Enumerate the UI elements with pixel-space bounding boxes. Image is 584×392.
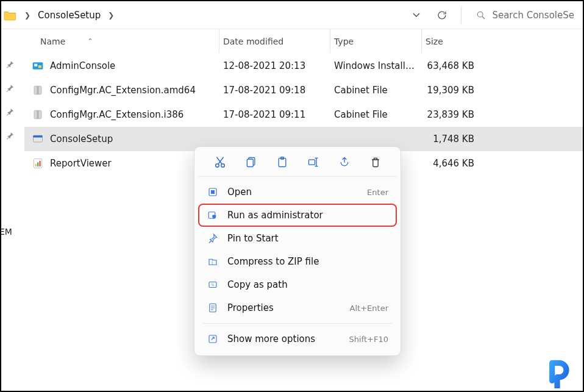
svg-rect-3 — [34, 64, 37, 66]
column-type[interactable]: Type — [330, 29, 422, 53]
ctx-copy-path[interactable]: \\ Copy as path — [198, 273, 397, 296]
context-menu: Open Enter Run as administrator Pin to S… — [194, 146, 401, 356]
file-size: 19,309 KB — [422, 85, 483, 96]
svg-point-16 — [221, 164, 224, 168]
column-size[interactable]: Size — [422, 30, 483, 52]
refresh-icon[interactable] — [432, 5, 452, 26]
svg-rect-10 — [34, 135, 43, 137]
file-date: 12-08-2021 20:13 — [219, 60, 330, 71]
menu-separator — [203, 323, 392, 324]
svg-point-15 — [215, 164, 219, 168]
pin-icon — [5, 60, 15, 69]
file-icon — [32, 109, 44, 121]
toolbar-divider — [461, 7, 461, 24]
shortcut-label: Shift+F10 — [349, 335, 388, 344]
pin-icon — [207, 232, 219, 244]
file-size: 1,748 KB — [422, 134, 483, 144]
cut-icon[interactable] — [212, 154, 228, 170]
shortcut-label: Enter — [367, 188, 388, 197]
file-row[interactable]: ConfigMgr.AC_Extension.i38617-08-2021 09… — [24, 102, 583, 127]
svg-rect-13 — [37, 162, 38, 166]
svg-rect-14 — [40, 161, 41, 166]
file-name: ConfigMgr.AC_Extension.amd64 — [50, 85, 196, 96]
pin-icon — [5, 131, 15, 140]
sort-asc-icon: ⌃ — [87, 37, 93, 45]
file-type: Cabinet File — [330, 109, 422, 120]
ctx-pin-start[interactable]: Pin to Start — [198, 227, 397, 250]
ctx-properties[interactable]: Properties Alt+Enter — [198, 296, 397, 319]
open-icon — [207, 186, 219, 198]
share-icon[interactable] — [337, 154, 352, 170]
copy-icon[interactable] — [243, 154, 259, 170]
pin-icon — [5, 84, 15, 93]
file-icon — [32, 157, 44, 169]
search-placeholder: Search ConsoleSe — [492, 10, 574, 21]
file-name: ConsoleSetup — [50, 134, 113, 144]
svg-rect-6 — [37, 86, 39, 94]
column-headers: Name⌃ Date modified Type Size — [24, 29, 583, 54]
search-input[interactable]: Search ConsoleSe — [470, 10, 578, 21]
column-date[interactable]: Date modified — [219, 29, 330, 53]
svg-text:\\: \\ — [212, 282, 215, 287]
folder-icon — [4, 10, 17, 21]
svg-rect-23 — [308, 160, 315, 165]
ctx-open[interactable]: Open Enter — [198, 180, 397, 204]
svg-rect-28 — [211, 190, 215, 194]
context-toolbar — [198, 152, 397, 177]
rename-icon[interactable] — [305, 154, 321, 170]
admin-shield-icon — [207, 209, 219, 221]
file-row[interactable]: AdminConsole12-08-2021 20:13Windows Inst… — [24, 54, 583, 78]
properties-icon — [207, 302, 219, 314]
svg-rect-8 — [37, 110, 39, 119]
zip-icon — [207, 255, 219, 268]
file-name: ConfigMgr.AC_Extension.i386 — [50, 109, 183, 120]
file-icon — [32, 84, 44, 96]
ctx-show-more[interactable]: Show more options Shift+F10 — [198, 327, 397, 351]
file-name: ReportViewer — [50, 158, 112, 169]
svg-rect-20 — [247, 159, 253, 167]
chevron-right-icon[interactable]: ❯ — [22, 11, 33, 20]
file-size: 4,646 KB — [422, 158, 483, 169]
file-date: 17-08-2021 09:11 — [219, 109, 330, 120]
delete-icon[interactable] — [368, 154, 383, 170]
ctx-compress-zip[interactable]: Compress to ZIP file — [198, 250, 397, 273]
copy-path-icon: \\ — [207, 279, 219, 291]
shortcut-label: Alt+Enter — [350, 304, 388, 313]
file-date: 17-08-2021 09:18 — [219, 85, 330, 96]
pin-icon — [5, 107, 15, 116]
paste-icon[interactable] — [274, 154, 290, 170]
svg-line-1 — [482, 16, 485, 19]
chevron-right-icon[interactable]: ❯ — [105, 11, 116, 20]
history-dropdown-icon[interactable] — [406, 5, 427, 26]
file-type: Windows Installer ... — [330, 60, 422, 71]
address-bar: ❯ ConsoleSetup ❯ Search ConsoleSe — [1, 1, 583, 29]
svg-rect-12 — [35, 164, 37, 166]
file-icon — [32, 60, 44, 72]
search-icon — [476, 10, 486, 20]
watermark-logo — [547, 357, 579, 388]
file-size: 63,468 KB — [422, 60, 483, 71]
svg-rect-4 — [38, 65, 41, 68]
file-row[interactable]: ConfigMgr.AC_Extension.amd6417-08-2021 0… — [24, 78, 583, 102]
quick-access-pins — [1, 30, 18, 140]
breadcrumb-folder[interactable]: ConsoleSetup — [38, 10, 101, 21]
svg-point-0 — [478, 12, 483, 17]
file-name: AdminConsole — [50, 60, 115, 71]
file-size: 23,839 KB — [422, 109, 483, 120]
nav-tree-fragment: EM — [0, 227, 12, 237]
ctx-run-as-admin[interactable]: Run as administrator — [198, 204, 397, 227]
column-name[interactable]: Name⌃ — [24, 29, 219, 53]
file-type: Cabinet File — [330, 85, 422, 96]
show-more-icon — [207, 333, 219, 345]
file-icon — [32, 133, 44, 145]
